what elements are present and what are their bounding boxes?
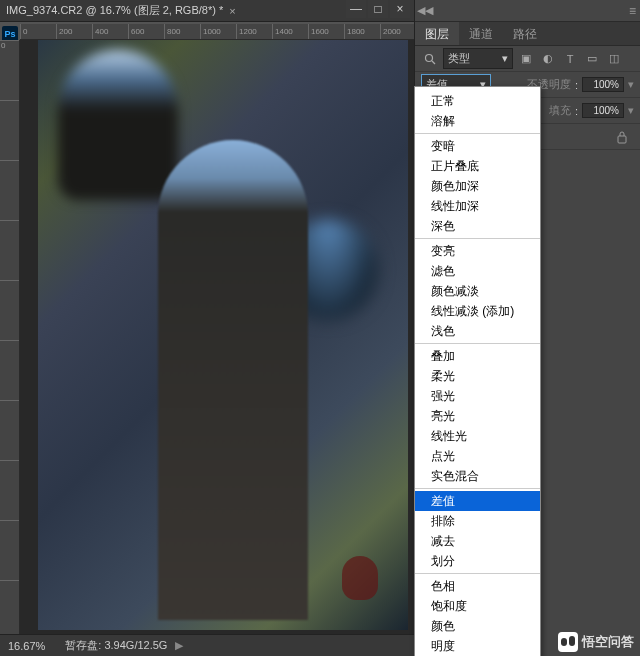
zoom-level[interactable]: 16.67% bbox=[8, 640, 45, 652]
ruler-tick: 1600 bbox=[308, 24, 344, 39]
blend-mode-option[interactable]: 正片叠底 bbox=[415, 156, 540, 176]
ruler-tick bbox=[0, 340, 19, 400]
blend-mode-option[interactable]: 划分 bbox=[415, 551, 540, 571]
panel-tabs: 图层 通道 路径 bbox=[415, 22, 640, 46]
blend-mode-option[interactable]: 柔光 bbox=[415, 366, 540, 386]
blend-mode-option[interactable]: 溶解 bbox=[415, 111, 540, 131]
ruler-tick bbox=[0, 460, 19, 520]
maximize-button[interactable]: □ bbox=[368, 0, 388, 18]
ruler-tick: 1000 bbox=[200, 24, 236, 39]
blend-mode-option[interactable]: 差值 bbox=[415, 491, 540, 511]
blend-mode-option[interactable]: 减去 bbox=[415, 531, 540, 551]
blend-mode-option[interactable]: 颜色 bbox=[415, 616, 540, 636]
search-icon[interactable] bbox=[421, 50, 439, 68]
ruler-horizontal[interactable]: 0200400600800100012001400160018002000220… bbox=[20, 24, 414, 40]
ruler-tick bbox=[0, 520, 19, 580]
blend-mode-option[interactable]: 颜色加深 bbox=[415, 176, 540, 196]
blend-mode-option[interactable]: 颜色减淡 bbox=[415, 281, 540, 301]
ruler-tick: 800 bbox=[164, 24, 200, 39]
blend-mode-option[interactable]: 强光 bbox=[415, 386, 540, 406]
chevron-down-icon[interactable]: ▾ bbox=[628, 104, 634, 117]
status-bar: 16.67% 暂存盘: 3.94G/12.5G ▶ bbox=[0, 634, 414, 656]
filter-smart-icon[interactable]: ◫ bbox=[605, 50, 623, 68]
blend-mode-option[interactable]: 实色混合 bbox=[415, 466, 540, 486]
blend-mode-option[interactable]: 线性减淡 (添加) bbox=[415, 301, 540, 321]
seal-stamp bbox=[342, 556, 378, 600]
tab-channels[interactable]: 通道 bbox=[459, 22, 503, 45]
blend-mode-option[interactable]: 明度 bbox=[415, 636, 540, 656]
ruler-tick: 400 bbox=[92, 24, 128, 39]
blend-mode-option[interactable]: 正常 bbox=[415, 91, 540, 111]
ruler-tick: 1200 bbox=[236, 24, 272, 39]
blend-mode-option[interactable]: 线性加深 bbox=[415, 196, 540, 216]
minimize-button[interactable]: — bbox=[346, 0, 366, 18]
watermark: 悟空问答 bbox=[558, 632, 634, 652]
scratch-disk-info[interactable]: 暂存盘: 3.94G/12.5G ▶ bbox=[65, 638, 182, 653]
blend-mode-option[interactable]: 叠加 bbox=[415, 346, 540, 366]
chevron-right-icon: ▶ bbox=[175, 639, 183, 651]
blend-mode-option[interactable]: 饱和度 bbox=[415, 596, 540, 616]
blend-mode-option[interactable]: 深色 bbox=[415, 216, 540, 236]
ruler-tick: 0 bbox=[0, 40, 19, 100]
blend-mode-option[interactable]: 点光 bbox=[415, 446, 540, 466]
ruler-tick bbox=[0, 100, 19, 160]
fill-input[interactable]: 100% bbox=[582, 103, 624, 118]
blend-mode-option[interactable]: 亮光 bbox=[415, 406, 540, 426]
blend-mode-option[interactable]: 浅色 bbox=[415, 321, 540, 341]
tab-paths[interactable]: 路径 bbox=[503, 22, 547, 45]
filter-adjust-icon[interactable]: ◐ bbox=[539, 50, 557, 68]
ruler-tick: 200 bbox=[56, 24, 92, 39]
image-content bbox=[38, 40, 408, 630]
close-button[interactable]: × bbox=[390, 0, 410, 18]
blend-mode-option[interactable]: 变暗 bbox=[415, 136, 540, 156]
filter-shape-icon[interactable]: ▭ bbox=[583, 50, 601, 68]
ruler-tick: 0 bbox=[20, 24, 56, 39]
blend-mode-option[interactable]: 滤色 bbox=[415, 261, 540, 281]
blend-mode-list: 正常溶解变暗正片叠底颜色加深线性加深深色变亮滤色颜色减淡线性减淡 (添加)浅色叠… bbox=[414, 86, 541, 656]
opacity-input[interactable]: 100% bbox=[582, 77, 624, 92]
watermark-text: 悟空问答 bbox=[582, 633, 634, 651]
ruler-tick bbox=[0, 160, 19, 220]
chevron-down-icon[interactable]: ▾ bbox=[628, 78, 634, 91]
lock-icon[interactable] bbox=[616, 130, 628, 144]
canvas[interactable] bbox=[20, 40, 414, 634]
svg-rect-2 bbox=[618, 136, 626, 143]
ruler-tick bbox=[0, 580, 19, 634]
ruler-tick: 600 bbox=[128, 24, 164, 39]
panel-menu-icon[interactable]: ≡ bbox=[629, 4, 636, 18]
blend-mode-option[interactable]: 变亮 bbox=[415, 241, 540, 261]
watermark-icon bbox=[558, 632, 578, 652]
svg-point-0 bbox=[426, 54, 433, 61]
filter-type-dropdown[interactable]: 类型▾ bbox=[443, 48, 513, 69]
svg-line-1 bbox=[432, 61, 435, 64]
close-icon[interactable]: × bbox=[229, 5, 235, 17]
filter-type-icon[interactable]: T bbox=[561, 50, 579, 68]
chevron-down-icon: ▾ bbox=[502, 52, 508, 65]
fill-label: 填充 bbox=[549, 103, 571, 118]
blend-mode-option[interactable]: 排除 bbox=[415, 511, 540, 531]
collapse-icon[interactable]: ◀◀ bbox=[415, 4, 435, 17]
document-title: IMG_9374.CR2 @ 16.7% (图层 2, RGB/8*) * bbox=[6, 3, 223, 18]
ruler-tick: 1800 bbox=[344, 24, 380, 39]
ruler-tick bbox=[0, 400, 19, 460]
ruler-vertical[interactable]: 0 bbox=[0, 40, 20, 634]
ruler-tick bbox=[0, 220, 19, 280]
tab-layers[interactable]: 图层 bbox=[415, 22, 459, 45]
blend-mode-option[interactable]: 线性光 bbox=[415, 426, 540, 446]
ruler-tick: 2000 bbox=[380, 24, 414, 39]
ruler-tick bbox=[0, 280, 19, 340]
blend-mode-option[interactable]: 色相 bbox=[415, 576, 540, 596]
ruler-tick: 1400 bbox=[272, 24, 308, 39]
filter-pixel-icon[interactable]: ▣ bbox=[517, 50, 535, 68]
